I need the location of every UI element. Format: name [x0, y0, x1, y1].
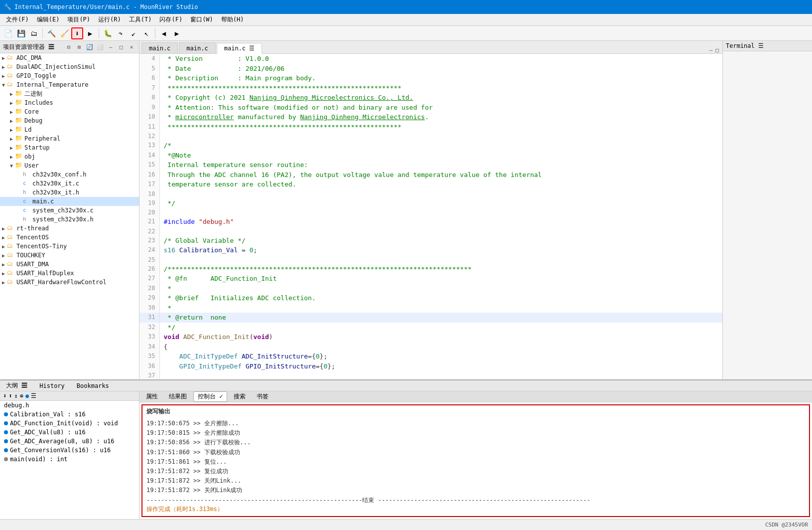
outline-label: Get_ConversionVal(s16) : u16	[10, 447, 111, 454]
outline-dot	[4, 421, 8, 425]
toolbar-clean[interactable]: 🧹	[58, 27, 70, 39]
editor-tab-3[interactable]: main.c ☰	[217, 43, 263, 54]
outline-item-get-conversionval-s------u--[interactable]: Get_ConversionVal(s16) : u16	[0, 446, 139, 455]
menu-item-编辑e[interactable]: 编辑(E)	[33, 14, 64, 25]
outline-item-calibration-val---s--[interactable]: Calibration_Val : s16	[0, 410, 139, 419]
tree-label-binary: 二进制	[24, 90, 42, 98]
output-tab-console[interactable]: 控制台 ✓	[193, 391, 227, 402]
outline-item-get-adc-average-u---u-----u--[interactable]: Get_ADC_Average(u8, u8) : u16	[0, 437, 139, 446]
output-tab-bookmarks[interactable]: 书签	[252, 391, 273, 402]
outline-icon1[interactable]: ⬇	[3, 392, 6, 399]
sidebar-collapse-all[interactable]: ⊟	[64, 42, 73, 51]
editor-maximize[interactable]: □	[715, 47, 719, 53]
outline-header: ⬇ ⬆ ↕ ⊕ ● ☰	[0, 391, 139, 401]
sidebar-item-includes[interactable]: ▶📁Includes	[0, 98, 139, 107]
menu-item-工具t[interactable]: 工具(T)	[125, 14, 156, 25]
menu-item-帮助h[interactable]: 帮助(H)	[217, 14, 248, 25]
sidebar-item-it-h[interactable]: hch32v30x_it.h	[0, 188, 139, 197]
editor-tab-2[interactable]: main.c	[179, 42, 215, 53]
sidebar-item-user[interactable]: ▼📁User	[0, 161, 139, 170]
output-tab-search[interactable]: 搜索	[229, 391, 250, 402]
sidebar-menu[interactable]: ⬜	[96, 42, 105, 51]
output-panel: 属性 结果图 控制台 ✓ 搜索 书签 烧写输出 19:17:50:675 >> …	[139, 391, 812, 519]
toolbar-step-over[interactable]: ↷	[115, 27, 127, 39]
tree-arrow-adc-dma: ▶	[0, 55, 7, 61]
tree-icon-usart-hw: 🗂	[7, 278, 15, 286]
menu-item-运行r[interactable]: 运行(R)	[94, 14, 125, 25]
sidebar-item-obj[interactable]: ▶📁obj	[0, 152, 139, 161]
code-editor[interactable]: 4 * Version : V1.0.05 * Date : 2021/06/0…	[139, 54, 722, 379]
outline-icon2[interactable]: ⬆	[8, 392, 12, 399]
bottom-tab-outline[interactable]: 大纲 ☰	[0, 380, 33, 391]
toolbar-step-out[interactable]: ↖	[140, 27, 152, 39]
code-content-37	[159, 371, 722, 379]
sidebar-item-usart-hw[interactable]: ▶🗂USART_HardwareFlowControl	[0, 278, 139, 287]
outline-label: debug.h	[4, 402, 29, 409]
toolbar-step-into[interactable]: ↙	[128, 27, 139, 39]
bottom-tab-history[interactable]: History	[33, 380, 71, 391]
editor-tab-1[interactable]: main.c	[141, 42, 178, 53]
toolbar-new[interactable]: 📄	[2, 27, 14, 39]
outline-item-adc-function-init-void----void[interactable]: ADC_Function_Init(void) : void	[0, 419, 139, 428]
line-num-9: 9	[139, 103, 159, 113]
sidebar-item-main-c[interactable]: cmain.c	[0, 197, 139, 206]
sidebar-item-usart-half[interactable]: ▶🗂USART_HalfDuplex	[0, 269, 139, 278]
toolbar-run[interactable]: ▶	[84, 27, 96, 39]
outline-item-debug-h[interactable]: debug.h	[0, 401, 139, 410]
sidebar-item-system-h[interactable]: hsystem_ch32v30x.h	[0, 215, 139, 224]
tree-label-tencentos-tiny: TencentOS-Tiny	[16, 243, 67, 250]
sidebar-item-internal-temp[interactable]: ▼🗂Internal_Temperature	[0, 80, 139, 89]
sidebar-item-startup[interactable]: ▶📁Startup	[0, 143, 139, 152]
editor-tab-right: — □	[708, 47, 722, 53]
editor-minimize[interactable]: —	[709, 47, 713, 53]
sidebar-min[interactable]: —	[106, 42, 115, 51]
sidebar-item-gpio-toggle[interactable]: ▶🗂GPIO_Toggle	[0, 71, 139, 80]
sidebar-item-adc-dma[interactable]: ▶🗂ADC_DMA	[0, 53, 139, 62]
sidebar-item-binary[interactable]: ▶📁二进制	[0, 89, 139, 98]
sidebar-item-touchkey[interactable]: ▶🗂TOUCHKEY	[0, 251, 139, 260]
tree-label-usart-hw: USART_HardwareFlowControl	[16, 279, 107, 286]
burn-output-box: 烧写输出 19:17:50:675 >> 全片擦除...19:17:50:815…	[141, 404, 810, 517]
outline-icon3[interactable]: ↕	[14, 392, 17, 399]
sidebar-item-core[interactable]: ▶📁Core	[0, 107, 139, 116]
sidebar-item-ld[interactable]: ▶📁Ld	[0, 125, 139, 134]
sidebar-item-dualAdc[interactable]: ▶🗂DualADC_InjectionSimul	[0, 62, 139, 71]
outline-icon4[interactable]: ⊕	[20, 392, 23, 399]
bottom-tab-bookmarks[interactable]: Bookmarks	[71, 380, 115, 391]
outline-item-get-adc-val-u-----u--[interactable]: Get_ADC_Val(u8) : u16	[0, 428, 139, 437]
sidebar-item-tencentos-tiny[interactable]: ▶🗂TencentOS-Tiny	[0, 242, 139, 251]
toolbar-debug-start[interactable]: 🐛	[102, 27, 114, 39]
outline-icon5[interactable]: ●	[25, 392, 29, 399]
toolbar-build[interactable]: 🔨	[45, 27, 57, 39]
sidebar-item-usart-dma[interactable]: ▶🗂USART_DMA	[0, 260, 139, 269]
sidebar-expand-all[interactable]: ⊞	[75, 42, 84, 51]
menu-item-项目p[interactable]: 项目(P)	[63, 14, 94, 25]
sidebar-close[interactable]: ✕	[127, 42, 136, 51]
output-tab-props[interactable]: 属性	[141, 391, 162, 402]
output-tab-result[interactable]: 结果图	[164, 391, 191, 402]
sidebar-item-peripheral[interactable]: ▶📁Peripheral	[0, 134, 139, 143]
toolbar-save-all[interactable]: 🗂	[28, 27, 40, 39]
menu-item-窗口w[interactable]: 窗口(W)	[186, 14, 217, 25]
sidebar-item-system-c[interactable]: csystem_ch32v30x.c	[0, 206, 139, 215]
sidebar-item-rt-thread[interactable]: ▶🗂rt-thread	[0, 224, 139, 233]
code-content-29: * @brief Initializes ADC collection.	[159, 293, 722, 303]
outline-icon6[interactable]: ☰	[31, 392, 36, 399]
menu-item-文件f[interactable]: 文件(F)	[2, 14, 33, 25]
sidebar-item-debug[interactable]: ▶📁Debug	[0, 116, 139, 125]
outline-item-main-void----int[interactable]: main(void) : int	[0, 455, 139, 464]
sidebar-item-it-c[interactable]: cch32v30x_it.c	[0, 179, 139, 188]
sidebar-item-tencentos[interactable]: ▶🗂TencentOS	[0, 233, 139, 242]
sidebar-max[interactable]: □	[117, 42, 126, 51]
sidebar-item-conf-h[interactable]: hch32v30x_conf.h	[0, 170, 139, 179]
toolbar-download[interactable]: ⬇	[71, 27, 83, 39]
toolbar-back[interactable]: ◀	[158, 27, 170, 39]
sidebar-sync[interactable]: 🔄	[85, 42, 94, 51]
outline-panel: ⬇ ⬆ ↕ ⊕ ● ☰ debug.hCalibration_Val : s16…	[0, 391, 139, 519]
code-line-37: 37	[139, 371, 722, 379]
tree-arrow-gpio-toggle: ▶	[0, 73, 7, 79]
toolbar-forward[interactable]: ▶	[171, 27, 183, 39]
menu-item-闪存f[interactable]: 闪存(F)	[155, 14, 186, 25]
code-line-7: 7 **************************************…	[139, 83, 722, 93]
toolbar-save[interactable]: 💾	[15, 27, 27, 39]
